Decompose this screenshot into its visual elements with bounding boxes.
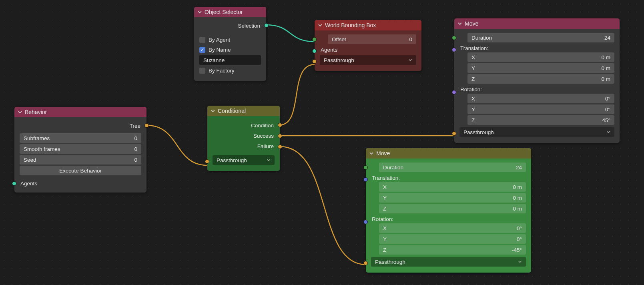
- chevron-down-icon: [197, 10, 202, 14]
- output-failure-label: Failure: [257, 143, 274, 149]
- label-translation: Translation:: [460, 45, 488, 51]
- input-agents-label: Agents: [321, 47, 337, 53]
- node-title: Behavior: [25, 109, 47, 115]
- chevron-down-icon: [318, 23, 323, 28]
- field-ty[interactable]: Y0 m: [379, 193, 526, 203]
- select-passthrough[interactable]: Passthrough: [371, 257, 526, 267]
- field-smooth-frames[interactable]: Smooth frames 0: [20, 144, 141, 154]
- node-title: Move: [376, 150, 390, 157]
- output-success-label: Success: [253, 133, 274, 139]
- node-move-1[interactable]: Move Duration 24 Translation: X0 m Y0 m …: [454, 18, 620, 143]
- field-tz[interactable]: Z0 m: [467, 74, 614, 84]
- node-header[interactable]: World Bounding Box: [315, 20, 421, 30]
- field-ry[interactable]: Y0°: [379, 234, 526, 244]
- checkbox-by-name[interactable]: By Name: [199, 45, 261, 54]
- node-title: Conditional: [218, 108, 246, 114]
- node-title: World Bounding Box: [325, 22, 376, 28]
- node-world-bounding-box[interactable]: World Bounding Box Offset 0 Agents Passt…: [315, 20, 421, 71]
- label-translation: Translation:: [372, 175, 400, 181]
- field-duration[interactable]: Duration 24: [379, 163, 526, 172]
- node-header[interactable]: Move: [366, 148, 531, 159]
- input-agents-label: Agents: [20, 181, 37, 187]
- node-header[interactable]: Behavior: [14, 107, 146, 117]
- node-move-2[interactable]: Move Duration 24 Translation: X0 m Y0 m …: [366, 148, 531, 273]
- chevron-down-icon: [457, 21, 462, 26]
- field-rx[interactable]: X0°: [379, 223, 526, 233]
- field-ty[interactable]: Y0 m: [467, 63, 614, 73]
- node-conditional[interactable]: Conditional Condition Success Failure Pa…: [207, 106, 280, 171]
- field-duration[interactable]: Duration 24: [467, 33, 614, 42]
- node-behavior[interactable]: Behavior Tree Subframes 0 Smooth frames …: [14, 107, 146, 193]
- field-tx[interactable]: X0 m: [467, 52, 614, 62]
- field-ry[interactable]: Y0°: [467, 104, 614, 114]
- field-seed[interactable]: Seed 0: [20, 155, 141, 165]
- label-rotation: Rotation:: [372, 216, 393, 222]
- select-passthrough[interactable]: Passthrough: [320, 55, 416, 65]
- chevron-down-icon: [18, 110, 22, 114]
- node-header[interactable]: Move: [454, 18, 620, 29]
- node-title: Move: [465, 20, 478, 27]
- chevron-down-icon: [518, 259, 522, 265]
- field-rx[interactable]: X0°: [467, 94, 614, 103]
- output-tree-label: Tree: [130, 123, 140, 129]
- node-object-selector[interactable]: Object Selector Selection By Agent By Na…: [194, 7, 266, 81]
- label-rotation: Rotation:: [460, 86, 482, 92]
- field-rz[interactable]: Z-45°: [379, 245, 526, 255]
- select-passthrough[interactable]: Passthrough: [459, 127, 614, 137]
- execute-behavior-button[interactable]: Execute Behavior: [20, 166, 141, 175]
- node-header[interactable]: Object Selector: [194, 7, 266, 17]
- node-header[interactable]: Conditional: [207, 106, 280, 116]
- select-passthrough[interactable]: Passthrough: [213, 155, 275, 165]
- field-rz[interactable]: Z45°: [467, 115, 614, 125]
- node-title: Object Selector: [205, 9, 243, 15]
- checkbox-by-factory[interactable]: By Factory: [199, 66, 261, 75]
- chevron-down-icon: [211, 108, 215, 113]
- input-name[interactable]: Suzanne: [199, 55, 261, 65]
- chevron-down-icon: [606, 129, 610, 135]
- chevron-down-icon: [369, 151, 374, 156]
- output-condition-label: Condition: [251, 122, 274, 128]
- field-tx[interactable]: X0 m: [379, 182, 526, 192]
- field-tz[interactable]: Z0 m: [379, 204, 526, 213]
- chevron-down-icon: [408, 57, 412, 63]
- field-offset[interactable]: Offset 0: [328, 34, 416, 44]
- output-selection-label: Selection: [238, 23, 260, 29]
- chevron-down-icon: [267, 157, 271, 163]
- checkbox-by-agent[interactable]: By Agent: [199, 35, 261, 44]
- field-subframes[interactable]: Subframes 0: [20, 133, 141, 143]
